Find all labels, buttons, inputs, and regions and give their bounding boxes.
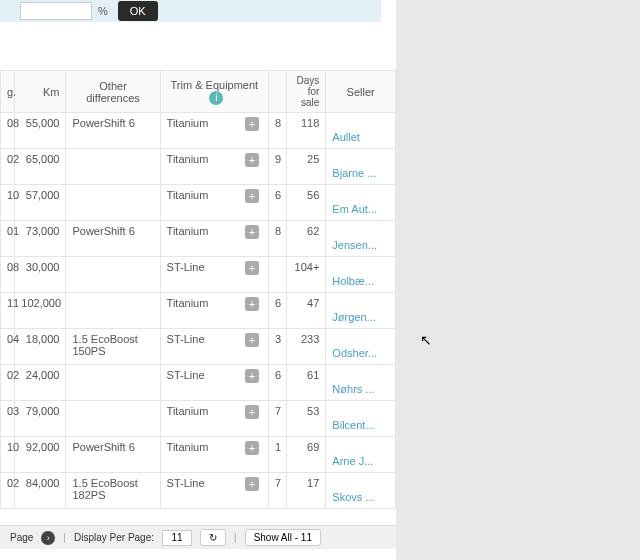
cell-num: 9 [269, 149, 287, 185]
pager-sep-1: | [63, 532, 66, 543]
col-days[interactable]: Days for sale [287, 71, 326, 113]
cell-other [66, 185, 160, 221]
table-row: 0418,0001.5 EcoBoost 150PSST-Line+3233Od… [1, 329, 396, 365]
cell-reg: 11 [1, 293, 15, 329]
cell-trim: Titanium+ [160, 149, 268, 185]
cell-other [66, 293, 160, 329]
per-page-input[interactable] [162, 530, 192, 546]
expand-icon[interactable]: + [245, 333, 259, 347]
expand-icon[interactable]: + [245, 369, 259, 383]
expand-icon[interactable]: + [245, 189, 259, 203]
seller-link[interactable]: Jørgen... [332, 311, 375, 323]
cell-trim: Titanium+ [160, 221, 268, 257]
cell-reg: 10 [1, 437, 15, 473]
cell-num [269, 257, 287, 293]
show-all-button[interactable]: Show All - 11 [245, 529, 321, 546]
cell-seller: Nøhrs ... [326, 365, 396, 401]
seller-link[interactable]: Holbæ... [332, 275, 374, 287]
col-km[interactable]: Km [15, 71, 66, 113]
cell-trim: ST-Line+ [160, 365, 268, 401]
seller-link[interactable]: Arne J... [332, 455, 373, 467]
cell-num: 8 [269, 113, 287, 149]
cell-km: 92,000 [15, 437, 66, 473]
cell-days: 62 [287, 221, 326, 257]
col-reg[interactable]: g. [1, 71, 15, 113]
cell-reg: 08 [1, 257, 15, 293]
cell-seller: Em Aut... [326, 185, 396, 221]
cell-other: 1.5 EcoBoost 150PS [66, 329, 160, 365]
cell-reg: 03 [1, 401, 15, 437]
cursor-icon: ↖ [420, 332, 432, 348]
filter-bar: % OK [0, 0, 381, 22]
percent-label: % [98, 5, 108, 17]
expand-icon[interactable]: + [245, 477, 259, 491]
info-icon[interactable]: i [209, 91, 223, 105]
expand-icon[interactable]: + [245, 297, 259, 311]
cell-km: 73,000 [15, 221, 66, 257]
expand-icon[interactable]: + [245, 117, 259, 131]
refresh-button[interactable]: ↻ [200, 529, 226, 546]
cell-num: 1 [269, 437, 287, 473]
cell-km: 24,000 [15, 365, 66, 401]
col-trim[interactable]: Trim & Equipmenti [160, 71, 268, 113]
cell-days: 104+ [287, 257, 326, 293]
seller-link[interactable]: Em Aut... [332, 203, 377, 215]
table-row: 0173,000PowerShift 6Titanium+862Jensen..… [1, 221, 396, 257]
cell-reg: 02 [1, 473, 15, 509]
expand-icon[interactable]: + [245, 441, 259, 455]
cell-seller: Odsher... [326, 329, 396, 365]
seller-link[interactable]: Odsher... [332, 347, 377, 359]
cell-days: 61 [287, 365, 326, 401]
cell-seller: Jørgen... [326, 293, 396, 329]
percent-input[interactable] [20, 2, 92, 20]
seller-link[interactable]: Nøhrs ... [332, 383, 374, 395]
display-per-page-label: Display Per Page: [74, 532, 154, 543]
cell-num: 6 [269, 293, 287, 329]
table-row: 0855,000PowerShift 6Titanium+8118Aullet [1, 113, 396, 149]
cell-reg: 04 [1, 329, 15, 365]
cell-km: 65,000 [15, 149, 66, 185]
seller-link[interactable]: Bjarne ... [332, 167, 376, 179]
cell-km: 102,000 [15, 293, 66, 329]
cell-other: 1.5 EcoBoost 182PS [66, 473, 160, 509]
cell-days: 17 [287, 473, 326, 509]
cell-seller: Jensen... [326, 221, 396, 257]
results-table: g. Km Other differences Trim & Equipment… [0, 70, 396, 509]
cell-trim: Titanium+ [160, 185, 268, 221]
cell-reg: 08 [1, 113, 15, 149]
cell-num: 8 [269, 221, 287, 257]
cell-km: 79,000 [15, 401, 66, 437]
cell-trim: Titanium+ [160, 401, 268, 437]
expand-icon[interactable]: + [245, 261, 259, 275]
table-row: 0265,000Titanium+925Bjarne ... [1, 149, 396, 185]
cell-trim: Titanium+ [160, 437, 268, 473]
seller-link[interactable]: Aullet [332, 131, 360, 143]
col-num[interactable] [269, 71, 287, 113]
next-page-icon[interactable]: › [41, 531, 55, 545]
cell-trim: Titanium+ [160, 113, 268, 149]
ok-button[interactable]: OK [118, 1, 158, 21]
cell-days: 69 [287, 437, 326, 473]
cell-days: 118 [287, 113, 326, 149]
seller-link[interactable]: Skovs ... [332, 491, 374, 503]
cell-seller: Arne J... [326, 437, 396, 473]
cell-num: 3 [269, 329, 287, 365]
col-seller[interactable]: Seller [326, 71, 396, 113]
cell-km: 57,000 [15, 185, 66, 221]
expand-icon[interactable]: + [245, 225, 259, 239]
cell-other [66, 149, 160, 185]
seller-link[interactable]: Jensen... [332, 239, 377, 251]
results-table-wrap: g. Km Other differences Trim & Equipment… [0, 70, 396, 509]
cell-km: 18,000 [15, 329, 66, 365]
cell-days: 25 [287, 149, 326, 185]
table-row: 11102,000Titanium+647Jørgen... [1, 293, 396, 329]
pager-bar: Page › | Display Per Page: ↻ | Show All … [0, 525, 396, 549]
cell-days: 56 [287, 185, 326, 221]
page-label: Page [10, 532, 33, 543]
col-trim-label: Trim & Equipment [171, 79, 259, 91]
seller-link[interactable]: Bilcent... [332, 419, 374, 431]
expand-icon[interactable]: + [245, 153, 259, 167]
col-other[interactable]: Other differences [66, 71, 160, 113]
expand-icon[interactable]: + [245, 405, 259, 419]
pager-sep-2: | [234, 532, 237, 543]
